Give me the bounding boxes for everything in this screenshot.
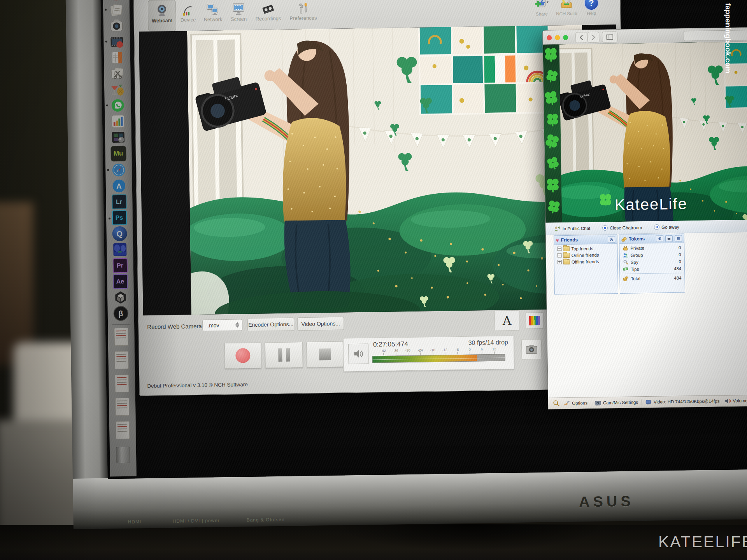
token-row-group: Group 0 — [623, 252, 681, 258]
dock-icon-calculator[interactable] — [109, 50, 124, 65]
webcam-icon — [148, 0, 176, 18]
tokens-divider — [621, 273, 683, 274]
text-overlay-button[interactable]: A — [494, 310, 520, 331]
stop-icon — [319, 348, 331, 360]
tokens-panel: Tokens Private 0 Group 0 — [619, 233, 685, 293]
pause-button[interactable] — [265, 342, 303, 368]
dock-icon-lightroom[interactable]: Lr — [112, 194, 127, 210]
aftereffects-glyph: Ae — [116, 278, 124, 285]
address-bar[interactable] — [684, 30, 747, 41]
close-chatroom-button[interactable]: Close Chatroom — [602, 224, 642, 231]
dock-icon-video-editor[interactable] — [110, 130, 126, 145]
tab-network[interactable]: Network — [201, 0, 225, 30]
dock-icon-document[interactable] — [115, 398, 129, 416]
binoculars-icon — [667, 237, 671, 240]
collapse-chevrons-icon — [610, 238, 613, 241]
record-button[interactable] — [224, 343, 261, 369]
dock-icon-whatsapp[interactable] — [110, 98, 125, 113]
help-question-icon: ? — [580, 0, 603, 11]
tab-preferences[interactable]: Preferences — [286, 0, 320, 29]
dock-icon-quicktime[interactable]: Q — [112, 226, 127, 242]
expand-node-icon[interactable] — [558, 260, 562, 264]
dock-icon-photoshop[interactable]: Ps — [112, 210, 127, 226]
debut-version-text: Debut Professional v 3.10 © NCH Software — [147, 382, 248, 389]
dock-icon-cocktail-pineapple[interactable] — [110, 82, 125, 97]
dock-icon-document[interactable] — [114, 328, 128, 346]
minimize-window-button[interactable] — [555, 35, 560, 40]
dock: Mu A Lr Ps Q Pr Ae β — [103, 0, 137, 476]
bezel-label-hdmi: HDMI — [128, 519, 142, 525]
tab-webcam[interactable]: Webcam — [148, 0, 176, 32]
tab-device[interactable]: Device — [177, 0, 199, 30]
fps-status: 30 fps/14 drop — [468, 339, 508, 346]
audio-level-meter — [372, 354, 505, 363]
quicktime-glyph: Q — [116, 229, 123, 238]
collapse-friends-button[interactable] — [608, 236, 615, 243]
dock-icon-safari[interactable] — [111, 163, 126, 178]
dock-icon-camera-viewer[interactable] — [109, 18, 124, 33]
dock-icon-trash[interactable] — [116, 447, 130, 464]
dock-icon-usage-chart[interactable] — [110, 114, 126, 129]
encoder-options-button[interactable]: Encoder Options... — [247, 317, 294, 331]
photoshop-glyph: Ps — [116, 214, 123, 221]
asus-logo: ASUS — [579, 493, 634, 510]
refresh-icon — [658, 237, 661, 240]
dock-icon-document[interactable] — [115, 374, 129, 393]
cam-browser-window: KateeLife In Public Chat Close Chatroom … — [542, 27, 747, 409]
zoom-window-button[interactable] — [563, 35, 568, 40]
tab-screen[interactable]: Screen — [227, 0, 250, 30]
go-away-button[interactable]: Go away — [654, 224, 679, 230]
dock-icon-app-store[interactable]: A — [111, 178, 126, 194]
snapshot-button[interactable] — [521, 339, 542, 360]
nch-suite-button[interactable]: NCH Suite — [551, 0, 582, 16]
color-settings-button[interactable] — [526, 312, 544, 329]
record-timer: 0:27:05:474 — [373, 340, 408, 348]
cam-mic-settings-button[interactable]: Cam/Mic Settings — [594, 400, 638, 406]
help-button[interactable]: ? Help — [580, 0, 603, 16]
dock-icon-premiere[interactable]: Pr — [112, 258, 128, 273]
dock-icon-unity[interactable] — [113, 290, 128, 305]
in-public-chat-button[interactable]: In Public Chat — [554, 226, 590, 231]
stop-button[interactable] — [307, 341, 344, 368]
friends-group-offline[interactable]: Offline friends — [558, 259, 617, 264]
dock-icon-debut-recorder[interactable] — [109, 34, 124, 49]
status-divider — [642, 399, 642, 405]
back-button[interactable] — [575, 32, 587, 43]
overlay-clover-icon — [600, 194, 611, 205]
dock-icon-after-effects[interactable]: Ae — [113, 274, 128, 289]
zoom-search-icon[interactable] — [553, 400, 560, 407]
dock-icon-red-app[interactable] — [109, 0, 124, 1]
collapse-node-icon[interactable] — [558, 253, 562, 257]
token-row-spy: Spy 0 — [623, 259, 681, 265]
options-button[interactable]: Options — [564, 400, 587, 406]
dock-icon-document[interactable] — [114, 351, 129, 369]
cam-status-bar: Options Cam/Mic Settings Video: HD 744/1… — [548, 394, 747, 409]
list-icon — [677, 236, 680, 240]
forward-button[interactable] — [587, 32, 599, 43]
sidebar-toggle-button[interactable] — [602, 32, 617, 43]
cam-site-video: KateeLife — [543, 41, 747, 222]
dock-icon-document[interactable] — [115, 421, 130, 439]
speaker-mute-button[interactable] — [348, 344, 369, 364]
dock-icon-beta-app[interactable]: β — [113, 306, 128, 321]
speaker-icon — [352, 348, 364, 360]
collapse-node-icon[interactable] — [557, 247, 561, 251]
format-select[interactable]: .mov — [202, 319, 242, 331]
search-tokens-button[interactable] — [665, 235, 673, 242]
dock-icon-notes[interactable] — [109, 2, 124, 18]
video-options-button[interactable]: Video Options... — [297, 317, 344, 331]
dock-icon-blue-media-app[interactable] — [112, 242, 127, 257]
dock-icon-clipping-tool[interactable] — [110, 66, 125, 81]
tab-recordings[interactable]: Recordings — [253, 0, 284, 29]
video-quality-status[interactable]: Video: HD 744/1250Kbps@14fps — [645, 399, 720, 405]
friends-group-online[interactable]: Online friends — [558, 252, 617, 258]
options-brush-icon — [564, 401, 570, 406]
folder-icon — [563, 246, 570, 251]
dock-icon-muse[interactable]: Mu — [110, 146, 126, 162]
friends-group-top[interactable]: Top friends — [557, 245, 617, 251]
close-window-button[interactable] — [547, 35, 552, 40]
refresh-tokens-button[interactable] — [656, 235, 663, 242]
text-tool-glyph: A — [503, 313, 512, 327]
token-list-button[interactable] — [675, 235, 682, 242]
volume-control[interactable]: Volume — [725, 398, 747, 404]
